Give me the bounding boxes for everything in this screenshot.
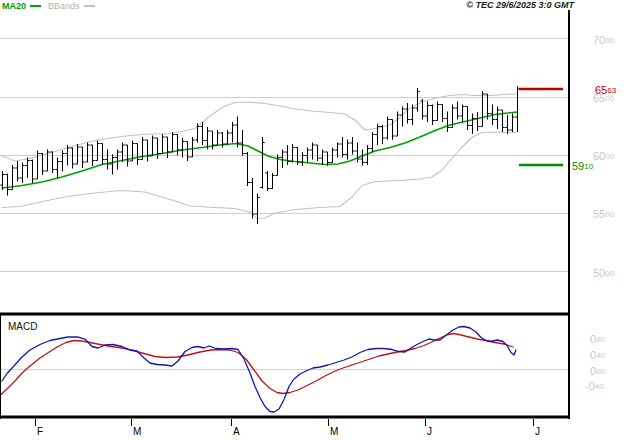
month-label-2-A: A	[233, 426, 240, 438]
macd-axis-label--0.40: -040	[585, 378, 604, 393]
panel-separator	[0, 313, 569, 316]
ma20-line-swatch	[30, 5, 41, 7]
ma20-legend-label: MA20	[2, 1, 26, 12]
price-axis-label-5000: 5000	[593, 265, 614, 280]
price-axis-label-7000: 7000	[593, 32, 614, 47]
copyright-text: © TEC 29/6/2025 3:0 GMT	[466, 0, 574, 10]
bottom-border	[0, 416, 569, 419]
macd-axis-label-0.80: 080	[590, 331, 605, 346]
month-label-3-M: M	[330, 426, 338, 438]
macd-panel-label: MACD	[8, 321, 37, 332]
macd-axis-label-0.00: 000	[590, 363, 605, 378]
price-axis-label-5500: 5500	[593, 206, 614, 221]
month-label-4-J: J	[427, 426, 432, 438]
price-macd-chart	[0, 0, 627, 440]
indicator-legend: MA20 BBands	[2, 0, 102, 12]
price-axis-label-6000: 6000	[593, 148, 614, 163]
chart-window: MA20 BBands © TEC 29/6/2025 3:0 GMT MACD…	[0, 0, 627, 440]
macd-signal-line	[0, 334, 513, 396]
level-label-6563: 6563	[595, 82, 616, 97]
month-label-5-J: J	[535, 426, 540, 438]
ma20-line	[2, 112, 517, 188]
bbands-line-swatch	[84, 5, 95, 7]
month-label-1-M: M	[133, 426, 141, 438]
month-label-0-F: F	[37, 426, 43, 438]
macd-axis-label-0.40: 040	[590, 347, 605, 362]
bbands-legend-label: BBands	[48, 1, 80, 12]
level-label-5910: 5910	[572, 158, 593, 173]
